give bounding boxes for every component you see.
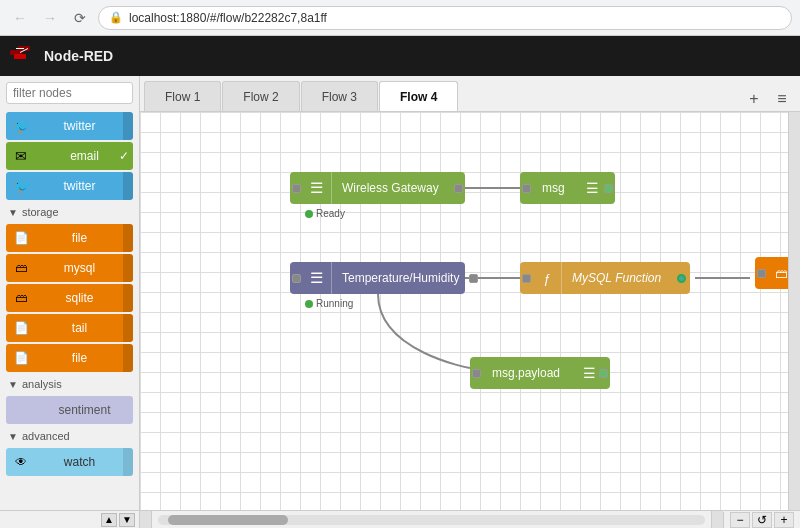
sidebar-item-mysql1[interactable]: 🗃 mysql	[6, 254, 133, 282]
node-msg-payload[interactable]: msg.payload ☰	[470, 357, 610, 389]
msg-port-left	[520, 172, 532, 204]
sidebar-bottom: ▲ ▼	[0, 510, 139, 528]
nr-icon-container	[10, 46, 38, 66]
sqlite1-label: sqlite	[36, 291, 123, 305]
vertical-scrollbar[interactable]	[788, 112, 800, 510]
lock-icon: 🔒	[109, 11, 123, 24]
sidebar-collapse-btn[interactable]: ▲	[101, 513, 117, 527]
mysqlfunc-label: MySQL Function	[562, 271, 678, 285]
back-button[interactable]: ←	[8, 6, 32, 30]
tail-icon1: 📄	[6, 314, 36, 342]
wireless-port-left	[290, 172, 302, 204]
zoom-reset-button[interactable]: ↺	[752, 512, 772, 528]
zoom-out-button[interactable]: −	[730, 512, 750, 528]
tab-flow1[interactable]: Flow 1	[144, 81, 221, 111]
temphum-status: Running	[305, 298, 353, 309]
storage-arrow: ▼	[8, 207, 18, 218]
advanced-label: advanced	[22, 430, 70, 442]
temphum-status-text: Running	[316, 298, 353, 309]
node-wireless-gateway[interactable]: ☰ Wireless Gateway	[290, 172, 465, 204]
tab-flow1-label: Flow 1	[165, 90, 200, 104]
sidebar-item-sentiment1[interactable]: sentiment	[6, 396, 133, 424]
tab-flow3-label: Flow 3	[322, 90, 357, 104]
temphum-label: Temperature/Humidity	[332, 271, 469, 285]
sidebar-item-twitter2[interactable]: 🐦 twitter	[6, 172, 133, 200]
twitter1-label: twitter	[36, 119, 123, 133]
mysqlfunc-port-left	[520, 262, 532, 294]
hscroll-right-edge	[711, 511, 723, 528]
analysis-label: analysis	[22, 378, 62, 390]
msgpayload-label: msg.payload	[482, 366, 583, 380]
sidebar: 🐦 twitter ✉ email ✓ 🐦 twitter ▼	[0, 76, 140, 528]
add-tab-button[interactable]: +	[742, 87, 766, 111]
url-text: localhost:1880/#/flow/b22282c7,8a1ff	[129, 11, 327, 25]
sidebar-item-sqlite1[interactable]: 🗃 sqlite	[6, 284, 133, 312]
address-bar[interactable]: 🔒 localhost:1880/#/flow/b22282c7,8a1ff	[98, 6, 792, 30]
file2-label: file	[36, 351, 123, 365]
node-mysql-function[interactable]: ƒ MySQL Function	[520, 262, 690, 294]
tab-flow3[interactable]: Flow 3	[301, 81, 378, 111]
storage-label: storage	[22, 206, 59, 218]
twitter-icon1: 🐦	[6, 112, 36, 140]
tab-flow2[interactable]: Flow 2	[222, 81, 299, 111]
mysqlout-icon: 🗃	[767, 257, 788, 289]
node-temp-humidity[interactable]: ☰ Temperature/Humidity	[290, 262, 465, 294]
canvas[interactable]: ☰ Wireless Gateway Ready	[140, 112, 788, 510]
msg-label: msg	[532, 181, 586, 195]
watch-icon1: 👁	[6, 448, 36, 476]
temphum-port-right	[469, 262, 480, 294]
file1-label: file	[36, 231, 123, 245]
nr-logo: Node-RED	[10, 46, 113, 66]
msgpayload-port-left	[470, 357, 482, 389]
msgpayload-menu-icon: ☰	[583, 365, 596, 381]
tail1-label: tail	[36, 321, 123, 335]
flow-tabs: Flow 1 Flow 2 Flow 3 Flow 4 + ≡	[140, 76, 800, 112]
node-mysql-out[interactable]: 🗃 mysql	[755, 257, 788, 289]
zoom-in-button[interactable]: +	[774, 512, 794, 528]
sidebar-expand-btn[interactable]: ▼	[119, 513, 135, 527]
wireless-status: Ready	[305, 208, 345, 219]
sidebar-item-email1[interactable]: ✉ email ✓	[6, 142, 133, 170]
section-analysis-header[interactable]: ▼ analysis	[0, 374, 139, 394]
topbar: Node-RED	[0, 36, 800, 76]
tab-flow4[interactable]: Flow 4	[379, 81, 458, 111]
mysqlfunc-port-right	[678, 262, 690, 294]
tab-flow4-label: Flow 4	[400, 90, 437, 104]
sidebar-item-tail1[interactable]: 📄 tail	[6, 314, 133, 342]
email-icon1: ✉	[6, 142, 36, 170]
sidebar-item-file1[interactable]: 📄 file	[6, 224, 133, 252]
sqlite-icon1: 🗃	[6, 284, 36, 312]
section-storage-header[interactable]: ▼ storage	[0, 202, 139, 222]
mysqlout-port-left	[755, 257, 767, 289]
wireless-status-dot	[305, 210, 313, 218]
sentiment-icon1	[6, 396, 36, 424]
mysql-icon1: 🗃	[6, 254, 36, 282]
bottom-bar: − ↺ +	[140, 510, 800, 528]
main-content: 🐦 twitter ✉ email ✓ 🐦 twitter ▼	[0, 76, 800, 528]
app-title: Node-RED	[44, 48, 113, 64]
temphum-port-left	[290, 262, 302, 294]
filter-nodes-input[interactable]	[6, 82, 133, 104]
file-icon2: 📄	[6, 344, 36, 372]
wireless-icon: ☰	[302, 172, 332, 204]
node-msg[interactable]: msg ☰	[520, 172, 615, 204]
sidebar-item-watch1[interactable]: 👁 watch	[6, 448, 133, 476]
menu-button[interactable]: ≡	[770, 87, 794, 111]
twitter-icon2: 🐦	[6, 172, 36, 200]
twitter2-label: twitter	[36, 179, 123, 193]
sidebar-item-twitter1[interactable]: 🐦 twitter	[6, 112, 133, 140]
msgpayload-port-right	[598, 357, 610, 389]
tab-actions: + ≡	[736, 87, 800, 111]
reload-button[interactable]: ⟳	[68, 6, 92, 30]
horizontal-scrollbar[interactable]	[158, 515, 705, 525]
temphum-status-dot	[305, 300, 313, 308]
watch1-label: watch	[36, 455, 123, 469]
hscroll-left-edge	[140, 511, 152, 528]
sidebar-item-file2[interactable]: 📄 file	[6, 344, 133, 372]
app: Node-RED 🐦 twitter ✉ email ✓ 🐦	[0, 36, 800, 528]
sentiment1-label: sentiment	[36, 403, 133, 417]
forward-button[interactable]: →	[38, 6, 62, 30]
advanced-arrow: ▼	[8, 431, 18, 442]
section-advanced-header[interactable]: ▼ advanced	[0, 426, 139, 446]
wireless-label: Wireless Gateway	[332, 181, 453, 195]
